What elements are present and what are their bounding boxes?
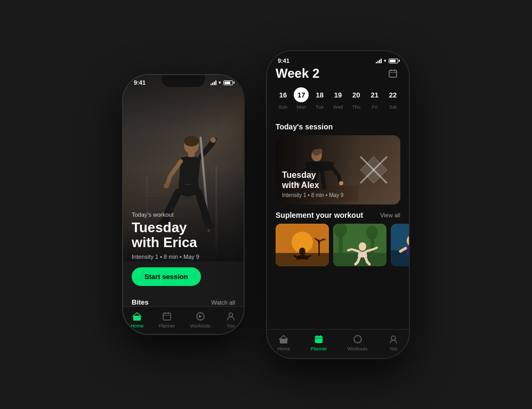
nav-planner-label-left: Planner <box>158 323 175 329</box>
day-name-16: Sun <box>279 104 287 110</box>
nav-home-left[interactable]: Home <box>131 311 143 329</box>
time-right: 9:41 <box>278 58 289 64</box>
battery-icon-right <box>389 59 398 63</box>
day-num-16: 16 <box>276 87 291 102</box>
view-all-button[interactable]: View all <box>380 212 400 218</box>
svg-point-4 <box>184 136 199 146</box>
day-name-20: Thu <box>352 104 361 110</box>
svg-point-46 <box>359 242 366 251</box>
session-card-title: Tuesday with Alex <box>282 170 343 190</box>
nav-home-right[interactable]: Home <box>277 334 290 351</box>
session-card-content: Tuesday with Alex Intensity 1 • 8 min • … <box>282 170 343 198</box>
signal-icon-left <box>211 80 216 85</box>
left-phone: 9:41 ▾ <box>122 74 245 335</box>
nav-you-right[interactable]: You <box>388 334 399 351</box>
svg-line-63 <box>355 341 356 342</box>
sup-card-bg1 <box>276 224 329 266</box>
right-screen: 9:41 ▾ Week 2 <box>267 51 409 358</box>
nav-workouts-right[interactable]: Workouts <box>348 334 368 351</box>
svg-point-38 <box>299 248 305 255</box>
watch-all: Watch all <box>211 299 235 306</box>
wifi-icon-right: ▾ <box>384 58 386 63</box>
home-icon-right <box>278 334 289 345</box>
svg-point-8 <box>211 137 216 143</box>
status-bar-left: 9:41 ▾ <box>123 75 244 88</box>
day-name-19: Wed <box>333 104 343 110</box>
day-17[interactable]: 17 Mon <box>294 87 309 110</box>
phones-container: 9:41 ▾ <box>122 50 410 359</box>
right-header: Week 2 16 Sun <box>267 66 409 122</box>
battery-icon-left <box>223 80 233 85</box>
svg-rect-12 <box>163 313 171 320</box>
session-card-meta: Intensity 1 • 8 min • May 9 <box>282 192 343 198</box>
calendar-button[interactable] <box>385 66 400 81</box>
day-num-22: 22 <box>385 87 400 102</box>
supplement-title: Suplement your workout <box>276 211 363 219</box>
svg-point-64 <box>391 336 396 340</box>
day-name-21: Fri <box>372 104 377 110</box>
workouts-icon-left <box>195 311 206 322</box>
workout-meta-left: Intensity 1 • 8 min • May 9 <box>132 253 235 260</box>
svg-rect-11 <box>133 316 141 321</box>
day-name-22: Sat <box>389 104 397 110</box>
svg-line-61 <box>359 341 360 342</box>
supplement-card-1[interactable] <box>276 224 329 266</box>
week-title: Week 2 <box>276 66 319 81</box>
supplement-header: Suplement your workout View all <box>267 211 409 219</box>
session-logo <box>358 154 390 186</box>
day-22[interactable]: 22 Sat <box>385 87 400 110</box>
day-18[interactable]: 18 Tue <box>312 87 327 110</box>
bottom-nav-left: Home Planner <box>123 306 244 334</box>
svg-rect-51 <box>315 336 323 343</box>
session-card[interactable]: Tuesday with Alex Intensity 1 • 8 min • … <box>276 135 400 204</box>
right-phone: 9:41 ▾ Week 2 <box>266 50 410 359</box>
svg-point-44 <box>366 226 378 240</box>
supplement-card-3[interactable] <box>391 224 409 266</box>
day-19[interactable]: 19 Wed <box>331 87 345 110</box>
nav-workouts-label-left: Workouts <box>190 323 211 329</box>
bottom-nav-right: Home Planner <box>267 329 409 358</box>
days-row: 16 Sun 17 Mon 18 Tue 19 Wed <box>276 87 400 110</box>
nav-you-label-right: You <box>389 346 397 351</box>
wifi-icon-left: ▾ <box>219 80 221 85</box>
planner-icon-right <box>313 334 324 345</box>
left-screen: 9:41 ▾ <box>123 75 244 334</box>
day-num-18: 18 <box>312 87 327 102</box>
svg-rect-50 <box>280 339 287 343</box>
today-label: Today's workout <box>132 211 235 218</box>
supplement-card-2[interactable] <box>333 224 386 266</box>
supplement-cards <box>267 224 409 266</box>
nav-you-left[interactable]: You <box>225 311 236 329</box>
todays-session-title: Today's session <box>267 122 409 131</box>
nav-planner-right[interactable]: Planner <box>310 334 327 351</box>
workouts-icon-right <box>352 334 363 345</box>
workout-title-left: Tuesday with Erica <box>132 220 235 250</box>
svg-point-21 <box>229 313 232 317</box>
status-icons-right: ▾ <box>376 58 398 63</box>
workout-info: Today's workout Tuesday with Erica Inten… <box>123 211 244 286</box>
day-num-20: 20 <box>349 87 364 102</box>
day-num-17: 17 <box>294 87 309 102</box>
day-num-21: 21 <box>367 87 382 102</box>
home-icon-left <box>132 311 142 322</box>
day-16[interactable]: 16 Sun <box>276 87 291 110</box>
status-icons-left: ▾ <box>211 80 233 85</box>
signal-icon-right <box>376 59 382 63</box>
you-icon-left <box>225 311 236 322</box>
time-left: 9:41 <box>134 79 146 86</box>
notch-right <box>317 51 359 63</box>
sup-card-bg2 <box>333 224 386 266</box>
nav-workouts-label-right: Workouts <box>348 346 368 351</box>
nav-planner-label-right: Planner <box>310 346 327 351</box>
bites-bar: Bites Watch all <box>123 298 244 306</box>
nav-planner-left[interactable]: Planner <box>158 311 175 329</box>
day-21[interactable]: 21 Fri <box>367 87 382 110</box>
day-name-18: Tue <box>316 104 324 110</box>
nav-you-label-left: You <box>227 323 235 329</box>
nav-workouts-left[interactable]: Workouts <box>190 311 211 329</box>
nav-home-label-left: Home <box>131 323 143 329</box>
start-session-button[interactable]: Start session <box>132 267 201 286</box>
day-20[interactable]: 20 Thu <box>349 87 364 110</box>
nav-home-label-right: Home <box>277 346 290 351</box>
week-row: Week 2 <box>276 66 400 81</box>
